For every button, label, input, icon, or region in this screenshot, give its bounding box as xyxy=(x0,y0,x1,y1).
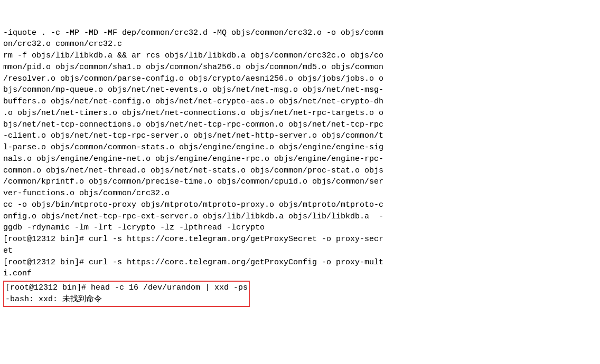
terminal-line: cc -o objs/bin/mtproto-proxy objs/mtprot… xyxy=(3,199,597,211)
terminal-line: bjs/net/net-tcp-connections.o objs/net/n… xyxy=(3,119,597,131)
terminal-line: et xyxy=(3,245,597,257)
terminal-line: /common/kprintf.o objs/common/precise-ti… xyxy=(3,176,597,188)
terminal-line: -client.o objs/net/net-tcp-rpc-server.o … xyxy=(3,130,597,142)
terminal-line: common.o objs/net/net-thread.o objs/net/… xyxy=(3,165,597,177)
terminal-output: -iquote . -c -MP -MD -MF dep/common/crc3… xyxy=(3,4,597,307)
terminal-line: rm -f objs/lib/libkdb.a && ar rcs objs/l… xyxy=(3,50,597,62)
terminal-line: l-parse.o objs/common/common-stats.o obj… xyxy=(3,142,597,154)
terminal-line: on/crc32.o common/crc32.c xyxy=(3,39,597,50)
terminal-line: [root@12312 bin]# curl -s https://core.t… xyxy=(3,234,597,245)
terminal-line: -iquote . -c -MP -MD -MF dep/common/crc3… xyxy=(3,27,597,39)
highlighted-terminal-line: -bash: xxd: 未找到命令 xyxy=(5,294,248,305)
terminal-line: onfig.o objs/net/net-tcp-rpc-ext-server.… xyxy=(3,211,597,223)
terminal-line: i.conf xyxy=(3,268,597,280)
terminal-line: ggdb -rdynamic -lm -lrt -lcrypto -lz -lp… xyxy=(3,222,597,234)
terminal-line: /resolver.o objs/common/parse-config.o o… xyxy=(3,73,597,85)
terminal-line: mmon/pid.o objs/common/sha1.o objs/commo… xyxy=(3,62,597,73)
terminal-line: bjs/common/mp-queue.o objs/net/net-event… xyxy=(3,84,597,96)
terminal-line: .o objs/net/net-timers.o objs/net/net-co… xyxy=(3,108,597,119)
terminal-line: [root@12312 bin]# curl -s https://core.t… xyxy=(3,257,597,269)
terminal-window: -iquote . -c -MP -MD -MF dep/common/crc3… xyxy=(0,0,600,364)
terminal-line: ver-functions.o objs/common/crc32.o xyxy=(3,188,597,199)
terminal-line: buffers.o objs/net/net-config.o objs/net… xyxy=(3,96,597,108)
highlighted-command-block: [root@12312 bin]# head -c 16 /dev/urando… xyxy=(3,281,250,307)
highlighted-terminal-line: [root@12312 bin]# head -c 16 /dev/urando… xyxy=(5,282,248,294)
terminal-line: nals.o objs/engine/engine-net.o objs/eng… xyxy=(3,154,597,165)
